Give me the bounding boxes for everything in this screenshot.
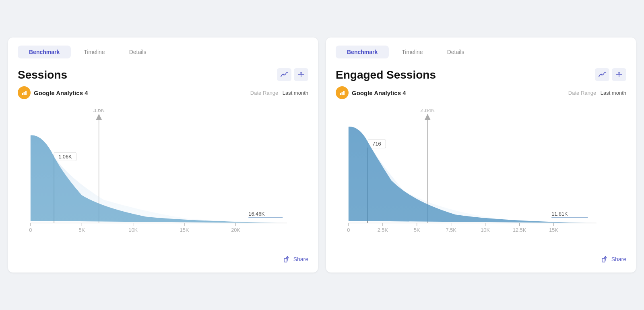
sessions-card: Benchmark Timeline Details Sessions — [8, 37, 318, 273]
svg-text:5K: 5K — [78, 227, 85, 233]
svg-text:0: 0 — [29, 227, 32, 233]
engaged-sessions-card: Benchmark Timeline Details Engaged Sessi… — [326, 37, 636, 273]
svg-text:10K: 10K — [481, 227, 490, 233]
engaged-sessions-share-label: Share — [611, 256, 626, 262]
engaged-sessions-source-left: Google Analytics 4 — [336, 86, 406, 99]
svg-text:11.81K: 11.81K — [551, 211, 568, 217]
sessions-share-label: Share — [293, 256, 308, 262]
svg-text:15K: 15K — [180, 227, 189, 233]
sessions-source-row: Google Analytics 4 Date Range Last month — [18, 86, 308, 99]
svg-text:16.46K: 16.46K — [248, 211, 265, 217]
tab-details-2[interactable]: Details — [436, 46, 476, 58]
svg-rect-34 — [340, 93, 341, 95]
svg-rect-5 — [22, 93, 23, 95]
sessions-chart-area: 3.6K 1.06K 16.46K — [18, 109, 308, 248]
sessions-source-icon — [18, 86, 31, 99]
svg-marker-9 — [96, 114, 102, 120]
engaged-sessions-metric-header: Engaged Sessions — [336, 68, 626, 82]
svg-rect-27 — [284, 258, 287, 262]
tab-benchmark-2[interactable]: Benchmark — [336, 46, 389, 58]
tab-timeline-1[interactable]: Timeline — [72, 46, 116, 58]
sessions-source-name: Google Analytics 4 — [34, 89, 88, 96]
engaged-sessions-date-range-value: Last month — [601, 90, 626, 96]
sessions-tabs: Benchmark Timeline Details — [18, 46, 308, 58]
svg-text:15K: 15K — [549, 227, 558, 233]
engaged-sessions-chart-area: 2.84K 716 11.81K — [336, 109, 626, 248]
chart-type-bar-button-1[interactable] — [294, 68, 308, 81]
page-wrapper: Benchmark Timeline Details Sessions — [8, 37, 636, 273]
share-icon-2 — [602, 256, 609, 263]
svg-text:5K: 5K — [414, 227, 420, 233]
sessions-date-range-label: Date Range — [250, 90, 278, 96]
svg-text:0: 0 — [347, 227, 350, 233]
share-icon-1 — [284, 256, 291, 263]
svg-text:1.06K: 1.06K — [58, 154, 72, 160]
engaged-sessions-source-name: Google Analytics 4 — [352, 89, 406, 96]
svg-rect-36 — [343, 91, 345, 95]
svg-rect-6 — [24, 92, 25, 95]
svg-text:10K: 10K — [128, 227, 138, 233]
svg-rect-35 — [342, 92, 343, 95]
sessions-metric-header: Sessions — [18, 68, 308, 82]
engaged-sessions-title: Engaged Sessions — [336, 68, 436, 82]
svg-point-0 — [283, 73, 285, 75]
svg-text:7.5K: 7.5K — [446, 227, 457, 233]
svg-text:12.5K: 12.5K — [513, 227, 526, 233]
chart-type-bar-button-2[interactable] — [612, 68, 626, 81]
svg-text:2.84K: 2.84K — [420, 109, 435, 113]
sessions-chart-svg: 3.6K 1.06K 16.46K — [18, 109, 308, 248]
sessions-icon-buttons — [277, 68, 308, 81]
svg-rect-7 — [25, 91, 27, 95]
engaged-sessions-chart-svg: 2.84K 716 11.81K — [336, 109, 626, 248]
svg-text:716: 716 — [372, 141, 381, 147]
chart-type-line-button-1[interactable] — [277, 68, 291, 81]
tab-details-1[interactable]: Details — [118, 46, 158, 58]
svg-marker-38 — [425, 114, 431, 120]
svg-rect-60 — [602, 258, 605, 262]
engaged-sessions-source-row: Google Analytics 4 Date Range Last month — [336, 86, 626, 99]
svg-text:2.5K: 2.5K — [378, 227, 388, 233]
sessions-source-left: Google Analytics 4 — [18, 86, 88, 99]
svg-text:3.6K: 3.6K — [93, 109, 105, 113]
engaged-sessions-date-range-label: Date Range — [568, 90, 596, 96]
svg-point-29 — [601, 73, 603, 75]
tab-timeline-2[interactable]: Timeline — [390, 46, 434, 58]
chart-type-line-button-2[interactable] — [595, 68, 609, 81]
engaged-sessions-tabs: Benchmark Timeline Details — [336, 46, 626, 58]
engaged-sessions-share-row[interactable]: Share — [336, 256, 626, 263]
engaged-sessions-source-icon — [336, 86, 349, 99]
tab-benchmark-1[interactable]: Benchmark — [18, 46, 71, 58]
engaged-sessions-date-range: Date Range Last month — [568, 89, 626, 96]
svg-text:20K: 20K — [231, 227, 240, 233]
sessions-date-range-value: Last month — [283, 90, 308, 96]
sessions-date-range: Date Range Last month — [250, 89, 308, 96]
sessions-title: Sessions — [18, 68, 67, 82]
engaged-sessions-icon-buttons — [595, 68, 626, 81]
sessions-share-row[interactable]: Share — [18, 256, 308, 263]
